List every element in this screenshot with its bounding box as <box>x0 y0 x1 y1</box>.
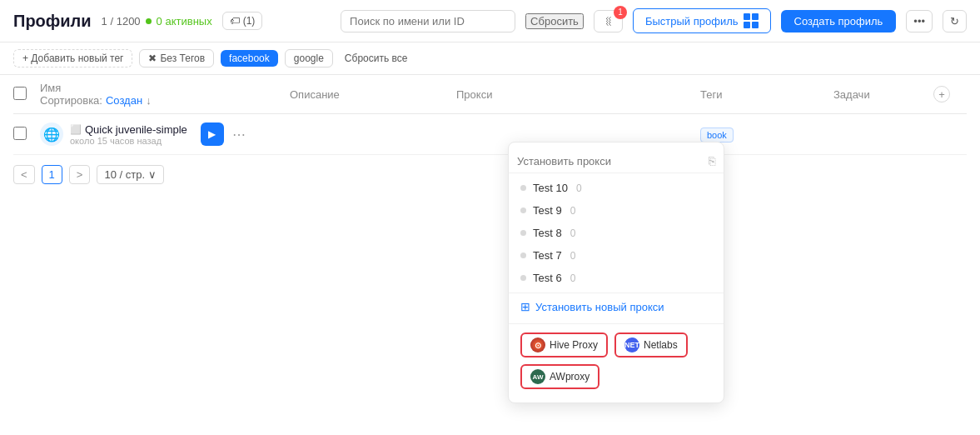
new-proxy-link[interactable]: ⊞ Установить новый прокси <box>509 292 724 320</box>
no-tags-icon: ✖ <box>148 52 157 64</box>
create-profile-button[interactable]: Создать профиль <box>781 10 897 32</box>
netlabs-button[interactable]: NET Netlabs <box>614 332 688 358</box>
proxy-item-2[interactable]: Test 8 0 <box>509 222 724 244</box>
proxy-dropdown: ⎘ Test 10 0 Test 9 0 Test 8 0 Test 7 0 T… <box>508 142 724 403</box>
next-page-button[interactable]: > <box>69 165 91 184</box>
per-page-chevron: ∨ <box>148 168 157 181</box>
proxy-dot <box>520 208 526 213</box>
search-box <box>341 10 515 32</box>
profile-tags: book <box>700 128 833 141</box>
active-dot <box>146 18 152 24</box>
proxy-dot <box>520 185 526 191</box>
col-proxy: Прокси <box>456 88 700 101</box>
proxy-item-0[interactable]: Test 10 0 <box>509 177 724 199</box>
row-checkbox[interactable] <box>13 127 27 140</box>
proxy-copy-icon[interactable]: ⎘ <box>709 154 715 168</box>
proxy-item-3[interactable]: Test 7 0 <box>509 244 724 267</box>
profiles-table: Имя Сортировка: Создан ↓ Описание Прокси… <box>0 75 980 155</box>
filter-button[interactable]: ⧛ 1 <box>594 10 623 32</box>
row-actions: ▶ ⋯ <box>201 122 249 146</box>
sort-label: Сортировка: Создан ↓ <box>40 94 290 107</box>
proxy-search-input[interactable] <box>517 155 704 168</box>
profile-info: ⬜ Quick juvenile-simple около 15 часов н… <box>70 123 187 146</box>
tag-badge[interactable]: 🏷 (1) <box>222 12 263 30</box>
reset-button[interactable]: Сбросить <box>525 13 584 29</box>
current-page[interactable]: 1 <box>42 165 62 184</box>
proxy-item-1[interactable]: Test 9 0 <box>509 199 724 222</box>
filter-icon: ⧛ <box>603 15 614 28</box>
table-row: 🌐 ⬜ Quick juvenile-simple около 15 часов… <box>13 114 967 155</box>
awproxy-button[interactable]: AW AWproxy <box>520 364 599 389</box>
col-description: Описание <box>290 88 456 101</box>
filter-badge: 1 <box>614 6 627 19</box>
hive-proxy-button[interactable]: ⊙ Hive Proxy <box>520 332 608 358</box>
select-all-checkbox[interactable] <box>13 87 27 100</box>
row-more-button[interactable]: ⋯ <box>229 123 249 146</box>
quick-profile-button[interactable]: Быстрый профиль <box>633 8 771 33</box>
play-button[interactable]: ▶ <box>201 122 224 146</box>
pagination: < 1 > 10 / стр. ∨ <box>0 155 980 194</box>
table-header: Имя Сортировка: Создан ↓ Описание Прокси… <box>13 75 967 114</box>
add-col-icon[interactable]: + <box>933 86 950 102</box>
profile-name-cell: 🌐 ⬜ Quick juvenile-simple около 15 часов… <box>40 122 290 146</box>
sort-down-icon: ↓ <box>146 94 152 107</box>
header: Профили 1 / 1200 0 активных 🏷 (1) Сброси… <box>0 0 980 42</box>
col-tags: Теги <box>700 88 833 101</box>
profile-time: около 15 часов назад <box>70 136 187 146</box>
tag-icon: 🏷 <box>230 15 240 27</box>
more-options-button[interactable]: ••• <box>906 10 933 32</box>
per-page-select[interactable]: 10 / стр. ∨ <box>97 165 164 184</box>
tags-bar: + Добавить новый тег ✖ Без Тегов faceboo… <box>0 42 980 75</box>
hive-proxy-icon: ⊙ <box>530 338 545 352</box>
col-name: Имя Сортировка: Создан ↓ <box>40 82 290 107</box>
profile-count: 1 / 1200 0 активных <box>102 15 212 28</box>
proxy-search-row: ⎘ <box>509 149 724 173</box>
add-tag-button[interactable]: + Добавить новый тег <box>13 49 132 68</box>
refresh-button[interactable]: ↻ <box>943 10 967 32</box>
add-proxy-icon: ⊞ <box>520 300 530 313</box>
netlabs-icon: NET <box>624 338 639 352</box>
avatar: 🌐 <box>40 122 63 146</box>
proxy-item-4[interactable]: Test 6 0 <box>509 267 724 289</box>
page-title: Профили <box>13 12 92 31</box>
reset-all-tags-button[interactable]: Сбросить все <box>340 50 413 67</box>
prev-page-button[interactable]: < <box>13 165 35 184</box>
tag-chip-facebook[interactable]: facebook <box>221 50 278 67</box>
profile-name: ⬜ Quick juvenile-simple <box>70 123 187 136</box>
awproxy-icon: AW <box>530 369 545 384</box>
proxy-dot <box>520 275 526 281</box>
proxy-dot <box>520 252 526 258</box>
no-tags-button[interactable]: ✖ Без Тегов <box>139 49 214 68</box>
proxy-providers: ⊙ Hive Proxy NET Netlabs AW AWproxy <box>509 323 724 396</box>
tag-chip-google[interactable]: google <box>285 49 333 68</box>
profile-type-icon: ⬜ <box>70 124 82 135</box>
col-tasks: Задачи <box>833 88 933 101</box>
windows-icon <box>744 13 759 28</box>
search-input[interactable] <box>350 15 506 28</box>
proxy-dot <box>520 230 526 236</box>
